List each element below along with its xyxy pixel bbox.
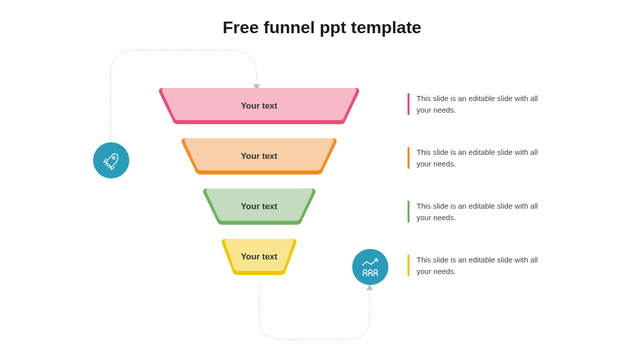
description-1: This slide is an editable slide with all…: [408, 93, 543, 116]
description-2-bar: [408, 147, 410, 169]
funnel-segment-2-label: Your text: [181, 138, 337, 174]
descriptions-container: This slide is an editable slide with all…: [408, 93, 543, 308]
svg-point-5: [374, 269, 377, 273]
svg-point-2: [113, 157, 115, 159]
description-1-text: This slide is an editable slide with all…: [417, 93, 543, 116]
description-3-text: This slide is an editable slide with all…: [417, 201, 543, 223]
funnel-segment-2: Your text: [181, 138, 337, 174]
rocket-icon: [93, 142, 129, 178]
funnel-segment-4: Your text: [221, 239, 297, 275]
growth-chart-icon: [352, 249, 388, 285]
description-3: This slide is an editable slide with all…: [408, 201, 543, 223]
description-1-bar: [408, 93, 410, 115]
description-2-text: This slide is an editable slide with all…: [417, 147, 543, 169]
description-4-bar: [408, 254, 410, 277]
funnel-segment-1-label: Your text: [158, 88, 360, 124]
svg-point-3: [363, 269, 367, 273]
page-title: Free funnel ppt template: [0, 18, 644, 37]
description-4: This slide is an editable slide with all…: [408, 254, 543, 277]
funnel-segment-4-label: Your text: [221, 239, 297, 275]
description-2: This slide is an editable slide with all…: [408, 147, 543, 169]
funnel-segment-1: Your text: [158, 88, 360, 124]
funnel-segment-3-label: Your text: [203, 189, 316, 225]
description-3-bar: [408, 201, 410, 223]
svg-point-4: [369, 269, 372, 273]
funnel-container: Your text Your text Your text Your text: [156, 88, 362, 289]
connector-bottom: [242, 282, 387, 347]
funnel-segment-3: Your text: [203, 189, 316, 225]
description-4-text: This slide is an editable slide with all…: [417, 254, 543, 277]
